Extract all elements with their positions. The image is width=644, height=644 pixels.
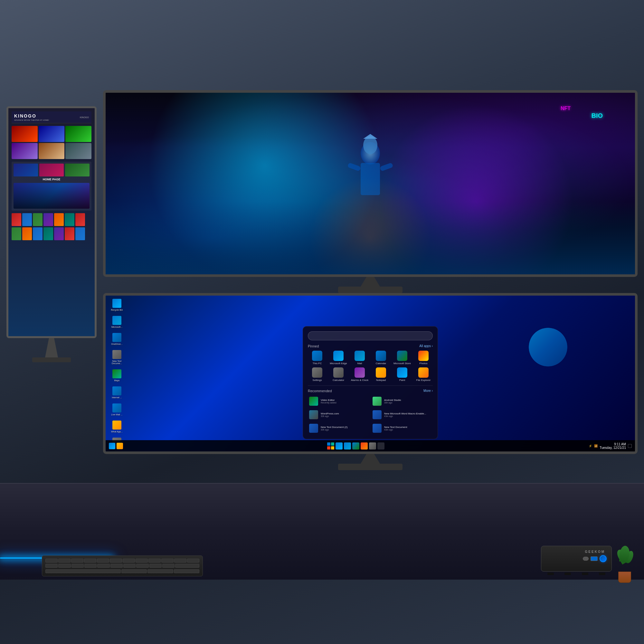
- rec-doc1-name: New Text Document: [384, 426, 431, 429]
- hero-people-graphic: [14, 183, 90, 209]
- start-button[interactable]: [327, 442, 334, 450]
- rec-item-word-macro[interactable]: New Microsoft Word Macro-Enable... 43m a…: [371, 409, 433, 421]
- pinned-thispc-label: This PC: [313, 362, 322, 365]
- monitor-center-top-screen: BIO NFT: [106, 93, 635, 274]
- taskbar-icon-1[interactable]: [109, 443, 115, 449]
- pinned-app-paint[interactable]: Paint: [393, 367, 412, 382]
- pinned-app-thispc[interactable]: This PC: [308, 351, 327, 365]
- key-12: [187, 559, 199, 563]
- pinned-app-store[interactable]: Microsoft Store: [393, 351, 412, 365]
- pc-foot-2: [564, 573, 571, 575]
- kinogo-logo: KINOGO: [14, 113, 49, 118]
- taskbar-icon-2[interactable]: [117, 443, 123, 449]
- key-15: [71, 564, 84, 568]
- taskbar-settings[interactable]: [369, 442, 376, 450]
- movie-card-5: [39, 143, 65, 159]
- movie-card-4: [12, 143, 38, 159]
- taskbar-edge[interactable]: [336, 442, 343, 450]
- start-menu-search[interactable]: [308, 331, 433, 340]
- pinned-app-settings[interactable]: Settings: [308, 367, 327, 382]
- pinned-app-calc[interactable]: Calculator: [329, 367, 348, 382]
- pinned-app-alarms[interactable]: Alarms & Clock: [350, 367, 369, 382]
- rec-doc2-info: New Text Document (2) 30h ago: [321, 426, 368, 431]
- rec-item-doc2[interactable]: New Text Document (2) 30h ago: [308, 422, 369, 434]
- pinned-settings-label: Settings: [313, 379, 322, 382]
- win-blade-3: [529, 369, 567, 408]
- di-microsoft-label: Microsoft...: [111, 326, 122, 328]
- taskbar-store[interactable]: [352, 442, 359, 450]
- movie-thumb-4: [43, 213, 53, 226]
- di-folder-icon: [112, 421, 121, 430]
- di-internet-icon: [112, 386, 121, 395]
- svg-rect-12: [361, 163, 380, 195]
- pinned-store-label: Microsoft Store: [393, 362, 411, 365]
- taskbar-date: Tuesday, 12/21/21: [600, 446, 626, 450]
- pc-foot-4: [599, 573, 605, 575]
- pc-usbc-port: [583, 557, 589, 561]
- svg-marker-16: [363, 134, 377, 139]
- rec-word-macro-info: New Microsoft Word Macro-Enable... 43m a…: [384, 412, 431, 417]
- start-quad-2: [331, 442, 334, 446]
- movie-thumb-9: [22, 227, 32, 240]
- taskbar-left: [109, 443, 123, 449]
- pc-power-button[interactable]: [600, 555, 607, 562]
- svg-rect-13: [347, 163, 361, 172]
- neon-sign-nft: NFT: [561, 106, 571, 111]
- desktop-icon-livemail: Live Mail ...: [109, 403, 125, 416]
- kinogo-thumb-1: [14, 164, 38, 176]
- movie-thumb-10: [33, 227, 43, 240]
- taskbar-photos[interactable]: [361, 442, 368, 450]
- rec-item-wordpress[interactable]: WordPress.com 30h ago: [308, 409, 369, 421]
- mini-pc-brand: GEEKOM: [585, 550, 605, 554]
- pinned-app-photos[interactable]: Photos: [414, 351, 433, 365]
- all-apps-link[interactable]: All apps ›: [419, 344, 433, 348]
- pinned-photos-label: Photos: [420, 362, 428, 365]
- movie-thumb-3: [33, 213, 43, 226]
- key-backspace: [175, 564, 199, 568]
- rec-wordpress-name: WordPress.com: [321, 412, 368, 415]
- movie-thumb-7: [75, 213, 85, 226]
- rec-word-macro-name: New Microsoft Word Macro-Enable...: [384, 412, 431, 415]
- monitor-center-top-base: [338, 287, 403, 293]
- key-5: [97, 559, 109, 563]
- taskbar-mail[interactable]: [344, 442, 351, 450]
- rec-item-doc1[interactable]: New Text Document 43m ago: [371, 422, 433, 434]
- pinned-label: Pinned: [308, 344, 319, 348]
- pinned-app-calendar[interactable]: Calendar: [372, 351, 390, 365]
- di-internet-label: Internet ...: [112, 396, 122, 399]
- key-8: [136, 559, 148, 563]
- recommended-label: Recommended: [308, 389, 332, 393]
- rec-item-android[interactable]: Android Studio 30h ago: [371, 395, 433, 407]
- more-link[interactable]: More ›: [423, 389, 433, 393]
- pinned-app-notepad[interactable]: Notepad: [372, 367, 390, 382]
- pinned-explorer-icon: [418, 367, 429, 378]
- rec-android-time: 30h ago: [384, 402, 431, 404]
- pinned-app-explorer[interactable]: File Explorer: [414, 367, 433, 382]
- desktop-icon-internet: Internet ...: [109, 386, 125, 399]
- pinned-settings-icon: [312, 367, 322, 378]
- movie-thumb-6: [65, 213, 74, 226]
- rec-video-time: Recently added: [321, 402, 368, 404]
- pc-foot-1: [547, 573, 554, 575]
- city-buildings: [106, 202, 635, 274]
- monitor-center-top-stand: [361, 277, 380, 287]
- key-2: [58, 559, 71, 563]
- movie-card-6: [65, 143, 91, 159]
- key-13: [45, 564, 58, 568]
- key-3: [71, 559, 83, 563]
- rec-wordpress-icon: [309, 410, 318, 419]
- pc-foot-3: [582, 573, 588, 575]
- di-onedrive-label: OneDrive...: [111, 343, 122, 345]
- rec-item-video[interactable]: Video Editor Recently added: [308, 395, 369, 407]
- taskbar-show-desktop[interactable]: [628, 444, 632, 448]
- svg-rect-14: [380, 163, 393, 172]
- monitor-left-base: [32, 357, 71, 362]
- desktop-icon-new-text: New Text Docume...: [109, 350, 125, 365]
- key-9: [148, 559, 161, 563]
- rec-doc2-time: 30h ago: [321, 429, 368, 431]
- pinned-app-edge[interactable]: Microsoft Edge: [329, 351, 348, 365]
- di-folder-label: What App...: [111, 431, 123, 433]
- pinned-app-mail[interactable]: Mail: [350, 351, 369, 365]
- pc-usba-port: [591, 556, 598, 561]
- taskbar-app-generic[interactable]: [377, 442, 384, 450]
